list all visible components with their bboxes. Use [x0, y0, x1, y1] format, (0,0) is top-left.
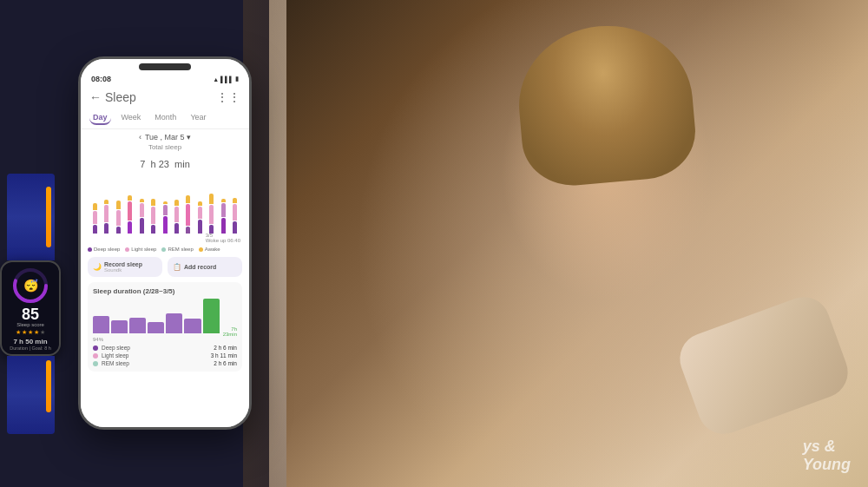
sleep-duration: 7 h 23 min [89, 151, 240, 172]
smartwatch: 😴 85 Sleep score ★ ★ ★ ★ ★ 7 h 50 min Du… [0, 174, 61, 434]
tab-week[interactable]: Week [118, 111, 145, 125]
photo-background [286, 0, 868, 487]
prev-date-icon[interactable]: ‹ [139, 133, 141, 141]
tab-day[interactable]: Day [89, 111, 111, 125]
tab-bar: Day Week Month Year [81, 108, 249, 129]
watch-body: 😴 85 Sleep score ★ ★ ★ ★ ★ 7 h 50 min Du… [0, 260, 61, 356]
sleep-ring: 😴 [11, 267, 49, 305]
dur-deep-dot [93, 346, 98, 351]
target-label: 7h23min [223, 326, 237, 337]
watermark-line1: ys & [803, 438, 851, 456]
sleep-chart: 3/5Woke up 06:40 [81, 175, 249, 245]
star-4: ★ [34, 329, 39, 336]
selected-date: Tue , Mar 5 ▾ [145, 133, 191, 141]
dur-light-dot [93, 353, 98, 359]
sleep-minutes: 23 [159, 159, 169, 169]
dur-rem-row: REM sleep 2 h 6 min [93, 360, 237, 366]
bar-2 [101, 200, 111, 234]
watch-duration: 7 h 50 min [13, 338, 47, 346]
phone-wrapper: 08:08 ▲ ▌▌▌ ▮ ← Sleep ⋮⋮ Day Week Mont [52, 13, 226, 477]
legend-light: Light sleep [125, 247, 156, 252]
dur-light-value: 3 h 11 min [211, 352, 237, 359]
add-record-button[interactable]: 📋 Add record [168, 257, 242, 277]
battery-icon: ▮ [235, 76, 239, 82]
rem-dot [161, 247, 166, 252]
duration-card: Sleep duration (2/28~3/5) 7h23min 94% [88, 282, 242, 372]
status-icons: ▲ ▌▌▌ ▮ [213, 76, 239, 82]
record-sleep-content: Record sleep Soundk [104, 261, 142, 273]
menu-button[interactable]: ⋮⋮ [216, 90, 240, 104]
dur-deep-value: 2 h 6 min [214, 345, 237, 351]
record-sleep-button[interactable]: 🌙 Record sleep Soundk [88, 257, 162, 277]
tab-month[interactable]: Month [151, 111, 180, 125]
sleep-icon: 😴 [23, 279, 38, 293]
legend-rem: REM sleep [161, 247, 193, 252]
back-button[interactable]: ← Sleep [89, 90, 136, 104]
duration-title: Sleep duration (2/28~3/5) [93, 287, 237, 295]
hair-shape [513, 19, 700, 190]
watch-goal: Duration | Goal: 8 h [10, 346, 51, 351]
dur-deep-row: Deep sleep 2 h 6 min [93, 345, 237, 351]
percentage-label: 94% [93, 337, 237, 342]
record-sleep-sub: Soundk [104, 267, 142, 273]
watch-score-label: Sleep score [16, 322, 44, 327]
status-time: 08:08 [91, 75, 111, 83]
deep-label: Deep sleep [94, 247, 120, 252]
dur-deep-label: Deep sleep [102, 345, 210, 351]
signal-icon: ▌▌▌ [220, 76, 233, 82]
sleep-hours: 7 [140, 159, 145, 169]
bar-9 [183, 195, 194, 234]
dur-bar-1 [93, 316, 109, 333]
watch-band-stripe-top [46, 187, 51, 247]
bar-11 [207, 194, 217, 234]
bar-3 [113, 201, 123, 234]
hours-unit: h [150, 159, 158, 169]
arm-shape [673, 290, 855, 441]
dur-bar-6 [184, 319, 201, 333]
watch-band-top [7, 174, 55, 260]
legend-deep: Deep sleep [88, 247, 120, 252]
watch-band-stripe-bottom [46, 360, 51, 412]
date-row[interactable]: ‹ Tue , Mar 5 ▾ [89, 133, 240, 141]
tab-year[interactable]: Year [187, 111, 209, 125]
star-3: ★ [28, 329, 33, 336]
bar-8 [171, 200, 181, 234]
dur-bar-5 [166, 313, 182, 333]
record-sleep-label: Record sleep [104, 261, 142, 267]
rem-label: REM sleep [168, 247, 193, 252]
dur-bar-3 [129, 318, 146, 333]
dur-rem-value: 2 h 6 min [214, 360, 237, 366]
dur-rem-label: REM sleep [102, 360, 210, 366]
deep-dot [88, 247, 92, 252]
bar-12 [218, 199, 228, 234]
light-label: Light sleep [131, 247, 156, 252]
wifi-icon: ▲ [213, 76, 219, 82]
app-header: ← Sleep ⋮⋮ [81, 87, 249, 108]
minutes-unit: min [174, 159, 190, 169]
bar-7 [160, 201, 170, 234]
photo-sim [286, 0, 868, 487]
legend-awake: Awake [199, 247, 220, 252]
star-5: ★ [40, 329, 45, 336]
phone: 08:08 ▲ ▌▌▌ ▮ ← Sleep ⋮⋮ Day Week Mont [78, 56, 252, 430]
dur-bar-4 [148, 322, 164, 333]
bar-6 [148, 199, 158, 234]
action-row: 🌙 Record sleep Soundk 📋 Add record [81, 253, 249, 280]
watermark-line2: Young [803, 456, 851, 474]
watch-stars: ★ ★ ★ ★ ★ [16, 329, 45, 336]
chart-bars [88, 177, 242, 234]
phone-notch [139, 63, 191, 70]
star-2: ★ [22, 329, 27, 336]
bar-10 [194, 201, 205, 234]
app-title: Sleep [105, 90, 136, 104]
duration-details: Deep sleep 2 h 6 min Light sleep 3 h 11 … [93, 345, 237, 366]
dur-light-label: Light sleep [102, 352, 207, 359]
dur-bar-7 [203, 299, 220, 333]
bar-4 [124, 195, 135, 234]
awake-label: Awake [205, 247, 220, 252]
watermark: ys & Young [803, 438, 851, 474]
phone-screen: 08:08 ▲ ▌▌▌ ▮ ← Sleep ⋮⋮ Day Week Mont [81, 59, 249, 427]
legend-row: Deep sleep Light sleep REM sleep Awake [81, 245, 249, 253]
light-dot [125, 247, 129, 252]
back-arrow-icon: ← [89, 90, 102, 104]
